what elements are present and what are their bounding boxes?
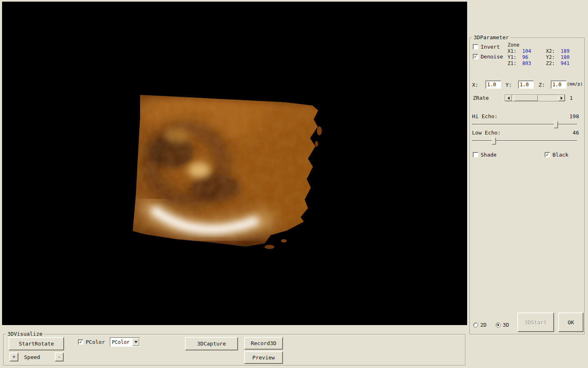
scale-y-input[interactable]	[518, 81, 534, 89]
parameter-panel-title: 3DParameter	[472, 34, 510, 41]
hi-echo-value: 198	[570, 113, 579, 119]
zrate-scrollbar[interactable]	[505, 94, 565, 101]
visualize-panel: 3DVisualize StartRotate ✓ PColor PColor …	[3, 334, 466, 366]
hi-echo-label: Hi Echo:	[472, 113, 498, 119]
zone-readout: Zone X1: 104 X2: 189 Y1: 96 Y2: 180 Z1: …	[508, 42, 579, 67]
speed-increase-button[interactable]: +	[9, 352, 18, 361]
shade-checkbox[interactable]	[473, 152, 478, 157]
speed-label: Speed	[24, 354, 40, 360]
chevron-down-icon	[134, 341, 138, 343]
black-checkbox-row[interactable]: ✓ Black	[545, 152, 568, 158]
zone-z2-label: Z2:	[546, 61, 561, 67]
pcolor-checkbox[interactable]: ✓	[78, 339, 83, 345]
zone-y2-value: 180	[561, 54, 579, 61]
zrate-scrollbar-thumb[interactable]	[514, 95, 538, 101]
denoise-label: Denoise	[481, 54, 503, 60]
pcolor-dropdown-value: PColor	[110, 339, 132, 345]
ultrasound-volume-render	[2, 2, 467, 325]
preview-button[interactable]: Preview	[244, 351, 283, 364]
start-rotate-button[interactable]: StartRotate	[9, 337, 64, 350]
pcolor-dropdown-button[interactable]	[132, 338, 139, 346]
mode-3d-radio-row[interactable]: 3D	[496, 322, 509, 328]
mode-2d-radio[interactable]	[473, 323, 478, 328]
zone-y2-label: Y2:	[546, 54, 561, 61]
pcolor-dropdown[interactable]: PColor	[110, 337, 140, 347]
parameter-panel: 3DParameter Invert ✓ Denoise Zone X1: 10…	[470, 38, 585, 334]
zrate-value: 1	[570, 95, 573, 101]
zone-x1-value: 104	[522, 48, 546, 54]
invert-checkbox-row[interactable]: Invert	[473, 44, 500, 50]
scale-z-input[interactable]	[551, 81, 566, 89]
low-echo-label: Low Echo:	[472, 130, 501, 136]
mode-2d-label: 2D	[480, 322, 487, 328]
zone-x2-value: 189	[561, 48, 579, 54]
scale-x-input[interactable]	[486, 81, 501, 89]
mode-3d-radio[interactable]	[496, 323, 501, 328]
hi-echo-slider-track[interactable]	[472, 124, 577, 125]
zone-y1-label: Y1:	[508, 54, 522, 61]
zone-x2-label: X2:	[546, 48, 561, 54]
speed-decrease-button[interactable]: -	[55, 352, 64, 361]
scale-y-label: Y:	[506, 82, 512, 88]
mode-3d-label: 3D	[503, 322, 509, 328]
black-label: Black	[552, 152, 568, 158]
shade-label: Shade	[481, 152, 497, 158]
scale-z-label: Z:	[539, 82, 545, 88]
hi-echo-slider[interactable]	[472, 121, 577, 128]
low-echo-value: 46	[572, 130, 579, 136]
record3d-button[interactable]: Record3D	[244, 337, 283, 350]
pcolor-label: PColor	[86, 339, 105, 345]
shade-checkbox-row[interactable]: Shade	[473, 152, 497, 158]
hi-echo-slider-thumb[interactable]	[554, 121, 558, 128]
black-checkbox[interactable]: ✓	[545, 152, 550, 157]
low-echo-row: Low Echo: 46	[472, 130, 579, 136]
zrate-scroll-left-button[interactable]	[505, 95, 512, 101]
zone-z1-value: 803	[522, 61, 546, 67]
arrow-left-icon	[508, 96, 510, 100]
arrow-right-icon	[561, 96, 563, 100]
denoise-checkbox-row[interactable]: ✓ Denoise	[473, 54, 503, 60]
zrate-label: ZRate	[473, 95, 489, 101]
low-echo-slider-thumb[interactable]	[492, 137, 496, 144]
3d-viewport[interactable]	[2, 2, 467, 325]
visualize-panel-title: 3DVisualize	[6, 331, 44, 337]
scale-x-label: X:	[472, 82, 479, 88]
low-echo-slider-track[interactable]	[472, 140, 577, 141]
zone-z1-label: Z1:	[508, 61, 522, 67]
mode-2d-radio-row[interactable]: 2D	[473, 322, 487, 328]
zone-title: Zone	[508, 42, 579, 48]
3dstart-button[interactable]: 3DStart	[517, 312, 554, 332]
low-echo-slider[interactable]	[472, 137, 577, 145]
scale-unit-label: (mm/p)	[567, 81, 583, 87]
zone-z2-value: 941	[561, 61, 579, 67]
zrate-row: ZRate 1	[473, 94, 583, 102]
ok-button[interactable]: OK	[558, 312, 584, 332]
zone-x1-label: X1:	[508, 48, 522, 54]
voxel-scale-row: X: Y: Z: (mm/p)	[470, 80, 585, 90]
invert-checkbox[interactable]	[473, 44, 478, 49]
3dcapture-button[interactable]: 3DCapture	[185, 337, 238, 350]
zrate-scroll-right-button[interactable]	[558, 95, 565, 101]
denoise-checkbox[interactable]: ✓	[473, 54, 478, 59]
hi-echo-row: Hi Echo: 198	[472, 113, 579, 119]
zrate-scrollbar-track[interactable]	[512, 95, 558, 101]
zone-y1-value: 96	[522, 54, 546, 61]
pcolor-checkbox-row[interactable]: ✓ PColor	[78, 339, 105, 345]
invert-label: Invert	[481, 44, 500, 50]
